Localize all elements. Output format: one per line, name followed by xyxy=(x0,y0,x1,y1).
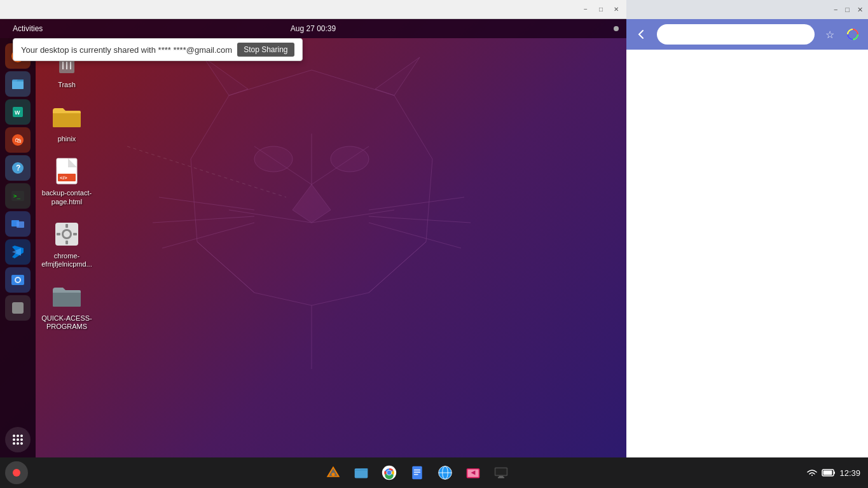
svg-rect-76 xyxy=(414,470,420,471)
gnome-topbar: Activities Aug 27 00:39 xyxy=(0,19,626,38)
taskbar-icon-chromeos[interactable] xyxy=(432,460,458,485)
svg-text:>_: >_ xyxy=(13,193,20,199)
gnome-clock: Aug 27 00:39 xyxy=(291,24,336,33)
chrome-minimize-btn[interactable]: − xyxy=(834,6,837,13)
quickaccess-label: QUICK-ACESS-PROGRAMS xyxy=(41,314,92,331)
dash-icon-libreoffice[interactable]: W xyxy=(5,99,31,125)
taskbar-time: 12:39 xyxy=(839,468,860,478)
svg-point-45 xyxy=(20,438,23,441)
taskbar-icon-files[interactable] xyxy=(348,460,374,485)
desktop-icon-phinix[interactable]: phinix xyxy=(41,102,92,143)
desktop-icons: Trash phinix </> backup-contact-page.htm… xyxy=(41,48,92,331)
chrome-address-bar[interactable] xyxy=(657,24,815,45)
svg-point-46 xyxy=(13,442,15,445)
taskbar-icon-vlc[interactable] xyxy=(320,460,346,485)
svg-point-44 xyxy=(17,438,19,441)
maximize-btn[interactable]: □ xyxy=(596,4,606,15)
chromeos-taskbar: 12:39 xyxy=(0,457,868,488)
dash-icon-terminal[interactable]: >_ xyxy=(5,183,31,209)
gnome-dash: W 🛍 ? >_ xyxy=(0,38,36,457)
chrome-toolbar: ☆ xyxy=(626,19,868,50)
svg-rect-70 xyxy=(355,468,368,478)
svg-point-43 xyxy=(13,438,15,441)
svg-point-41 xyxy=(17,435,19,437)
svg-point-42 xyxy=(20,435,23,437)
svg-point-47 xyxy=(17,442,19,445)
svg-point-38 xyxy=(16,278,20,282)
svg-rect-78 xyxy=(414,474,418,475)
taskbar-icon-chrome[interactable] xyxy=(376,460,402,485)
trash-label: Trash xyxy=(58,81,76,89)
svg-marker-1 xyxy=(203,57,248,95)
desktop-icon-gear[interactable]: chrome-efmjfjelnicpmd... xyxy=(41,219,92,268)
sharing-email-domain: ****@gmail.com xyxy=(173,45,232,55)
chrome-titlebar: − □ ✕ xyxy=(626,0,868,19)
wifi-icon xyxy=(806,467,818,478)
svg-text:W: W xyxy=(15,109,20,116)
svg-text:?: ? xyxy=(16,164,20,172)
svg-rect-63 xyxy=(65,241,68,244)
chrome-panel: − □ ✕ ☆ xyxy=(626,0,868,457)
svg-rect-25 xyxy=(12,81,24,89)
gnome-status xyxy=(614,26,619,31)
svg-rect-64 xyxy=(57,233,60,235)
dash-icon-software[interactable]: 🛍 xyxy=(5,127,31,153)
cat-wallpaper xyxy=(0,19,626,457)
html-label: backup-contact-page.html xyxy=(41,189,92,206)
recording-indicator[interactable] xyxy=(5,461,28,484)
taskbar-right: 12:39 xyxy=(806,467,868,478)
svg-rect-56 xyxy=(57,158,68,167)
gear-label: chrome-efmjfjelnicpmd... xyxy=(41,252,92,268)
chrome-close-btn[interactable]: ✕ xyxy=(857,6,863,14)
stop-sharing-button[interactable]: Stop Sharing xyxy=(237,43,294,57)
ubuntu-desktop: Activities Aug 27 00:39 Your desktop is … xyxy=(0,19,626,457)
svg-rect-39 xyxy=(12,302,24,314)
svg-rect-91 xyxy=(834,471,835,474)
dash-icon-vscode[interactable] xyxy=(5,239,31,265)
svg-rect-35 xyxy=(17,221,24,228)
svg-text:</>: </> xyxy=(60,175,67,181)
sharing-bar: Your desktop is currently shared with **… xyxy=(13,38,303,61)
battery-icon xyxy=(822,468,836,477)
main-container: − □ ✕ xyxy=(0,0,868,457)
taskbar-icon-gallery[interactable] xyxy=(460,460,486,485)
chrome-theme-btn[interactable] xyxy=(843,24,863,45)
svg-rect-65 xyxy=(73,233,77,235)
phinix-label: phinix xyxy=(58,135,76,143)
activities-button[interactable]: Activities xyxy=(8,24,48,33)
taskbar-icon-screencast[interactable] xyxy=(488,460,514,485)
close-btn[interactable]: ✕ xyxy=(611,4,621,15)
svg-text:🛍: 🛍 xyxy=(15,137,22,144)
chrome-maximize-btn[interactable]: □ xyxy=(845,6,850,13)
ubuntu-window: − □ ✕ xyxy=(0,0,626,457)
sharing-message: Your desktop is currently shared with **… xyxy=(21,45,232,55)
taskbar-center xyxy=(320,460,514,485)
status-dot xyxy=(614,26,619,31)
taskbar-icon-docs[interactable] xyxy=(404,460,430,485)
dash-icon-help[interactable]: ? xyxy=(5,155,31,181)
dash-icon-generic[interactable] xyxy=(5,295,31,321)
svg-rect-77 xyxy=(414,471,420,473)
svg-point-48 xyxy=(20,442,23,445)
dash-icon-shotwell[interactable] xyxy=(5,267,31,293)
dash-icon-files[interactable] xyxy=(5,71,31,97)
svg-point-69 xyxy=(332,473,335,476)
svg-point-40 xyxy=(13,435,15,437)
sharing-email: **** xyxy=(158,45,171,55)
svg-point-61 xyxy=(64,231,70,237)
chrome-bookmark-btn[interactable]: ☆ xyxy=(820,24,840,45)
svg-rect-89 xyxy=(498,477,504,478)
desktop-icon-quickaccess[interactable]: QUICK-ACESS-PROGRAMS xyxy=(41,281,92,331)
chrome-toolbar-right: ☆ xyxy=(820,24,863,45)
window-titlebar: − □ ✕ xyxy=(0,0,626,19)
chrome-back-btn[interactable] xyxy=(631,24,652,45)
svg-rect-88 xyxy=(499,476,504,477)
dash-apps-button[interactable] xyxy=(5,427,31,452)
taskbar-left xyxy=(0,461,28,484)
minimize-btn[interactable]: − xyxy=(581,4,591,15)
svg-rect-92 xyxy=(823,471,832,475)
dash-icon-boxes[interactable] xyxy=(5,211,31,237)
svg-rect-62 xyxy=(65,224,68,228)
svg-point-74 xyxy=(387,471,392,475)
desktop-icon-html[interactable]: </> backup-contact-page.html xyxy=(41,156,92,206)
